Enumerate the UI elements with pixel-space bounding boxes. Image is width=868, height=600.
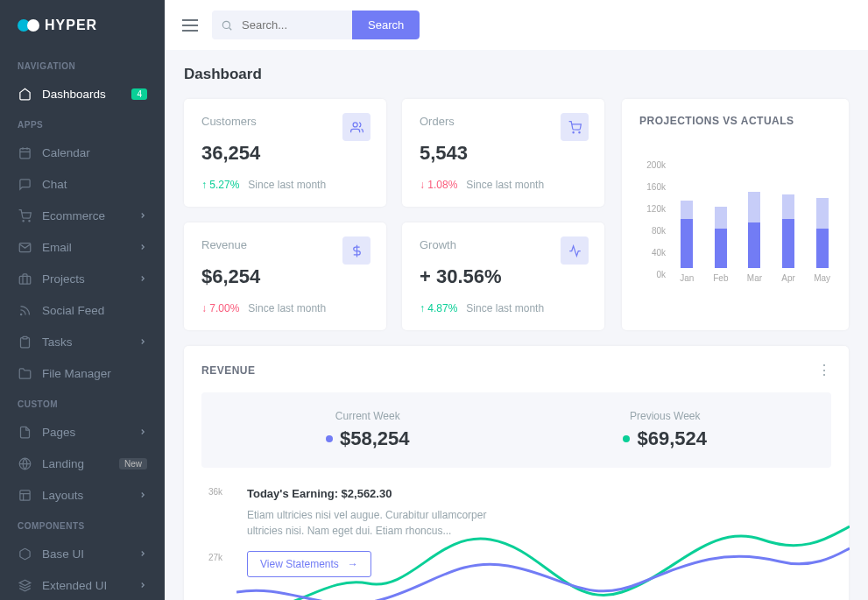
stat-card-growth: Growth+ 30.56%↑ 4.87%Since last month — [402, 222, 604, 330]
view-statements-label: View Statements — [260, 558, 339, 570]
bar-label: Jan — [680, 273, 694, 283]
users-icon — [342, 113, 370, 141]
nav-item-layouts[interactable]: Layouts — [0, 479, 165, 511]
nav-item-calendar[interactable]: Calendar — [0, 137, 165, 168]
stat-change: ↑ 5.27% — [201, 179, 239, 191]
chevron-right-icon — [138, 211, 147, 220]
nav-label: File Manager — [42, 367, 147, 380]
projections-chart: 200k160k120k80k40k0k JanFebMarAprMay — [639, 143, 831, 283]
svg-point-2 — [28, 220, 29, 221]
stat-value: + 30.56% — [420, 265, 587, 288]
stat-since: Since last month — [248, 179, 326, 191]
nav-label: Base UI — [42, 547, 138, 561]
dot-icon — [623, 435, 630, 442]
box-icon — [18, 547, 32, 561]
bar-projection — [715, 229, 727, 269]
file-icon — [18, 425, 32, 439]
nav-item-base-ui[interactable]: Base UI — [0, 538, 165, 569]
y-tick: 200k — [639, 160, 666, 170]
mail-icon — [18, 240, 32, 254]
nav-item-projects[interactable]: Projects — [0, 263, 165, 294]
cart-icon — [18, 208, 32, 222]
bar-projection — [681, 219, 693, 268]
stat-change: ↑ 4.87% — [420, 302, 457, 314]
stat-since: Since last month — [466, 302, 544, 314]
nav-label: Email — [42, 241, 138, 254]
nav-item-ecommerce[interactable]: Ecommerce — [0, 200, 165, 231]
logo-icon — [18, 19, 39, 32]
nav-label: Ecommerce — [42, 209, 138, 222]
bar-group: Feb — [712, 145, 730, 283]
chevron-right-icon — [138, 549, 147, 558]
svg-point-1 — [23, 220, 24, 221]
today-earning: Today's Earning: $2,562.30 — [247, 487, 510, 500]
bar-actual — [681, 201, 693, 219]
revenue-card: REVENUE ⋮ Current Week $58,254 Previous … — [184, 346, 849, 600]
cart-icon — [561, 113, 589, 141]
bar-projection — [816, 229, 829, 269]
nav-label: Social Feed — [42, 304, 147, 317]
y-tick: 160k — [639, 182, 666, 192]
nav-label: Dashboards — [42, 88, 131, 101]
stat-card-customers: Customers36,254↑ 5.27%Since last month — [184, 99, 386, 207]
brand-logo[interactable]: HYPER — [0, 18, 165, 51]
stat-since: Since last month — [466, 179, 544, 191]
nav-section-title: NAVIGATION — [0, 51, 165, 78]
view-statements-button[interactable]: View Statements → — [247, 551, 371, 577]
bar-label: Mar — [747, 273, 762, 283]
chevron-right-icon — [138, 337, 147, 346]
search-button[interactable]: Search — [352, 11, 420, 39]
nav-item-social-feed[interactable]: Social Feed — [0, 294, 165, 326]
svg-rect-8 — [19, 490, 29, 499]
nav-section-title: APPS — [0, 109, 165, 137]
revenue-description: Etiam ultricies nisi vel augue. Curabitu… — [247, 507, 510, 539]
nav-item-landing[interactable]: LandingNew — [0, 448, 165, 479]
nav-label: Layouts — [42, 489, 138, 502]
chevron-right-icon — [138, 491, 147, 499]
nav-badge: 4 — [131, 88, 147, 100]
nav-label: Calendar — [42, 146, 147, 159]
nav-label: Projects — [42, 272, 138, 286]
bar-group: May — [813, 145, 831, 283]
globe-icon — [18, 456, 32, 470]
clipboard-icon — [18, 335, 32, 349]
dot-icon — [326, 435, 333, 442]
y-tick: 120k — [639, 204, 666, 214]
page-title: Dashboard — [184, 66, 849, 83]
nav-item-email[interactable]: Email — [0, 231, 165, 263]
nav-badge: New — [119, 458, 147, 469]
svg-point-13 — [578, 131, 579, 132]
pulse-icon — [561, 236, 589, 265]
chat-icon — [18, 177, 32, 191]
stack-icon — [18, 578, 32, 592]
nav-label: Pages — [42, 426, 138, 439]
search-icon — [221, 19, 233, 32]
nav-item-chat[interactable]: Chat — [0, 168, 165, 200]
home-icon — [18, 87, 32, 101]
previous-week-label: Previous Week — [623, 410, 707, 422]
nav-item-dashboards[interactable]: Dashboards4 — [0, 78, 165, 109]
svg-point-10 — [222, 21, 229, 28]
search-input[interactable] — [212, 11, 352, 39]
bar-group: Mar — [745, 145, 764, 283]
stat-card-orders: Orders5,543↓ 1.08%Since last month — [402, 99, 604, 207]
nav-item-file-manager[interactable]: File Manager — [0, 357, 165, 389]
nav-item-extended-ui[interactable]: Extended UI — [0, 569, 165, 600]
current-week-value: $58,254 — [340, 427, 410, 450]
nav-item-pages[interactable]: Pages — [0, 416, 165, 448]
layout-icon — [18, 488, 32, 502]
svg-rect-4 — [19, 276, 31, 284]
revenue-title: REVENUE — [201, 364, 256, 377]
stat-value: 36,254 — [201, 142, 369, 165]
menu-toggle-icon[interactable] — [182, 19, 198, 32]
nav-label: Extended UI — [42, 579, 138, 592]
projections-title: PROJECTIONS VS ACTUALS — [639, 115, 831, 127]
svg-point-12 — [573, 131, 574, 132]
nav-item-tasks[interactable]: Tasks — [0, 326, 165, 357]
y-tick: 40k — [639, 248, 666, 258]
projections-card: PROJECTIONS VS ACTUALS 200k160k120k80k40… — [622, 99, 849, 330]
nav-label: Tasks — [42, 335, 138, 349]
stat-since: Since last month — [248, 302, 326, 314]
more-icon[interactable]: ⋮ — [817, 362, 831, 378]
search-box: Search — [212, 11, 420, 39]
